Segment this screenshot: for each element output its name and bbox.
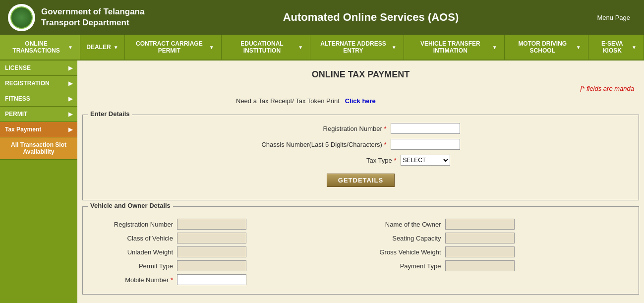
payment-type-row: Payment Type <box>366 260 624 271</box>
nav-contract-carriage[interactable]: CONTRACT CARRIAGE PERMIT ▼ <box>125 35 222 60</box>
class-of-vehicle-row: Class of Vehicle <box>98 233 356 243</box>
tax-receipt-line: Need a Tax Receipt/ Tax Token Print Clic… <box>77 92 644 110</box>
mandatory-note: [* fields are manda <box>77 85 644 92</box>
vehicle-right-col: Name of the Owner Seating Capacity Gross… <box>366 219 624 285</box>
logo-emblem <box>10 6 33 29</box>
mobile-number-row: Mobile Number * <box>98 274 356 285</box>
mobile-number-input[interactable] <box>177 274 246 285</box>
nav-arrow-0: ▼ <box>68 45 73 50</box>
header: Government of Telangana Transport Depart… <box>0 0 644 35</box>
chassis-number-label: Chassis Number(Last 5 Digits/Characters)… <box>261 141 390 148</box>
nav-arrow-2: ▼ <box>209 45 214 50</box>
registration-number-row: Registration Number * <box>88 123 634 134</box>
nav-educational-institution[interactable]: EDUCATIONAL INSTITUTION ▼ <box>222 35 310 60</box>
top-navigation: ONLINE TRANSACTIONS ▼ DEALER ▼ CONTRACT … <box>0 35 644 61</box>
logo-container <box>8 4 35 31</box>
sidebar-arrow-fitness: ▶ <box>68 96 72 102</box>
vehicle-section-title: Vehicle and Owner Details <box>88 202 173 209</box>
permit-type-row: Permit Type <box>98 260 356 271</box>
unladen-weight-row: Unladen Weight <box>98 246 356 257</box>
sidebar-arrow-permit: ▶ <box>68 111 72 118</box>
tax-type-select[interactable]: SELECT Quarterly Half Yearly Annually <box>401 155 450 166</box>
nav-arrow-6: ▼ <box>576 45 581 50</box>
unladen-weight-input[interactable] <box>177 246 246 257</box>
org-title: Government of Telangana Transport Depart… <box>41 6 144 28</box>
reg-number-display-row: Registration Number <box>98 219 356 230</box>
sidebar-item-all-transaction-slot[interactable]: All Transaction Slot Availability <box>0 137 77 160</box>
nav-online-transactions[interactable]: ONLINE TRANSACTIONS ▼ <box>0 35 80 60</box>
getdetails-button[interactable]: GETDETAILS <box>327 174 395 187</box>
reg-number-display-label: Registration Number <box>98 221 177 228</box>
getdetails-row: GETDETAILS <box>88 171 634 190</box>
sidebar-arrow-registration: ▶ <box>68 80 72 87</box>
gross-vehicle-weight-label: Gross Vehicle Weight <box>366 248 445 256</box>
payment-type-input[interactable] <box>445 260 515 271</box>
class-of-vehicle-input[interactable] <box>177 233 246 243</box>
seating-capacity-input[interactable] <box>445 233 515 243</box>
reg-number-display-input[interactable] <box>177 219 246 230</box>
nav-vehicle-transfer[interactable]: VEHICLE TRANSFER INTIMATION ▼ <box>404 35 505 60</box>
permit-type-input[interactable] <box>177 260 246 271</box>
permit-type-label: Permit Type <box>98 262 177 270</box>
menu-page-link[interactable]: Menu Page <box>597 14 631 21</box>
main-content: ONLINE TAX PAYMENT [* fields are manda N… <box>77 61 644 303</box>
nav-arrow-7: ▼ <box>632 45 637 50</box>
name-of-owner-input[interactable] <box>445 219 515 230</box>
seating-capacity-label: Seating Capacity <box>366 235 445 242</box>
nav-e-seva-kiosk[interactable]: E-SEVA KIOSK ▼ <box>588 35 644 60</box>
page-title: ONLINE TAX PAYMENT <box>77 61 644 85</box>
sidebar-item-fitness[interactable]: FITNESS ▶ <box>0 91 77 107</box>
vehicle-details-grid: Registration Number Class of Vehicle Unl… <box>88 215 634 289</box>
vehicle-left-col: Registration Number Class of Vehicle Unl… <box>98 219 356 285</box>
chassis-number-row: Chassis Number(Last 5 Digits/Characters)… <box>88 139 634 150</box>
registration-number-input[interactable] <box>391 123 460 134</box>
nav-alternate-address[interactable]: ALTERNATE ADDRESS ENTRY ▼ <box>310 35 404 60</box>
mobile-required-star: * <box>171 276 173 284</box>
nav-motor-driving-school[interactable]: MOTOR DRIVING SCHOOL ▼ <box>505 35 588 60</box>
chassis-required-star: * <box>384 141 387 148</box>
nav-arrow-3: ▼ <box>298 45 303 50</box>
mobile-number-label: Mobile Number * <box>98 276 177 284</box>
tax-type-label: Tax Type * <box>272 157 401 164</box>
sidebar-item-registration[interactable]: REGISTRATION ▶ <box>0 76 77 91</box>
nav-arrow-5: ▼ <box>492 45 497 50</box>
vehicle-owner-section: Vehicle and Owner Details Registration N… <box>82 206 639 295</box>
reg-required-star: * <box>384 125 386 132</box>
nav-arrow-1: ▼ <box>114 45 118 50</box>
org-line2: Transport Department <box>41 17 144 28</box>
chassis-number-input[interactable] <box>391 139 460 150</box>
sidebar-item-tax-payment[interactable]: Tax Payment ▶ <box>0 122 77 137</box>
name-of-owner-label: Name of the Owner <box>366 221 445 228</box>
nav-dealer[interactable]: DEALER ▼ <box>80 35 125 60</box>
nav-arrow-4: ▼ <box>392 45 397 50</box>
app-title: Automated Online Services (AOS) <box>144 11 597 24</box>
tax-type-row: Tax Type * SELECT Quarterly Half Yearly … <box>88 155 634 166</box>
gross-vehicle-weight-row: Gross Vehicle Weight <box>366 246 624 257</box>
unladen-weight-label: Unladen Weight <box>98 248 177 256</box>
enter-details-title: Enter Details <box>88 110 132 118</box>
enter-details-section: Enter Details Registration Number * Chas… <box>82 115 639 200</box>
sidebar: LICENSE ▶ REGISTRATION ▶ FITNESS ▶ PERMI… <box>0 61 77 303</box>
sidebar-item-license[interactable]: LICENSE ▶ <box>0 61 77 76</box>
sidebar-item-permit[interactable]: PERMIT ▶ <box>0 107 77 122</box>
class-of-vehicle-label: Class of Vehicle <box>98 235 177 242</box>
click-here-link[interactable]: Click here <box>345 97 376 105</box>
payment-type-label: Payment Type <box>366 262 445 270</box>
name-of-owner-row: Name of the Owner <box>366 219 624 230</box>
content-area: LICENSE ▶ REGISTRATION ▶ FITNESS ▶ PERMI… <box>0 61 644 303</box>
seating-capacity-row: Seating Capacity <box>366 233 624 243</box>
gross-vehicle-weight-input[interactable] <box>445 246 515 257</box>
org-line1: Government of Telangana <box>41 6 144 17</box>
sidebar-arrow-tax-payment: ▶ <box>68 126 72 133</box>
registration-number-label: Registration Number * <box>262 125 391 132</box>
tax-type-required-star: * <box>394 157 396 164</box>
sidebar-arrow-license: ▶ <box>68 65 72 71</box>
